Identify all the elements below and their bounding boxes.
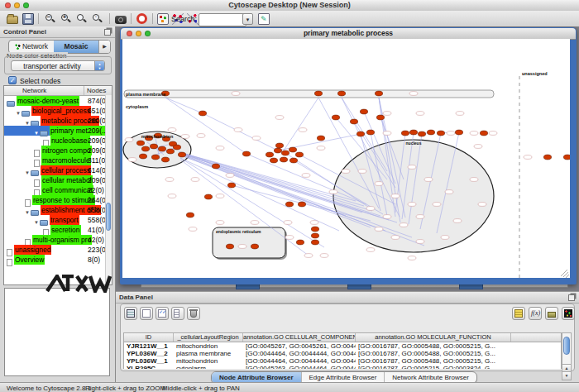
attribute-table[interactable]: ID_cellularLayoutRegionannotation.GO CEL…: [123, 332, 562, 369]
node[interactable]: [274, 148, 281, 153]
node-small[interactable]: [168, 194, 176, 198]
tree-row[interactable]: ▼establishment of lo558(0): [4, 205, 112, 215]
node[interactable]: [266, 152, 273, 157]
search-input[interactable]: [199, 13, 246, 26]
node[interactable]: [376, 115, 384, 120]
birdseye-view[interactable]: [4, 288, 110, 376]
node-small[interactable]: [181, 135, 189, 139]
node[interactable]: [270, 158, 277, 163]
node-small[interactable]: [470, 131, 478, 136]
node-small[interactable]: [408, 203, 416, 207]
node-small[interactable]: [408, 256, 416, 261]
node[interactable]: [280, 157, 287, 162]
node-small[interactable]: [447, 131, 455, 136]
node[interactable]: [401, 131, 409, 136]
node-small[interactable]: [226, 174, 234, 178]
table-row[interactable]: YJR121W__1mitochondrion[GO:0045267, GO:0…: [124, 342, 561, 350]
attribute-form-icon[interactable]: [512, 307, 525, 320]
node[interactable]: [227, 183, 235, 188]
node[interactable]: [173, 145, 180, 150]
node[interactable]: [332, 115, 339, 120]
node-small[interactable]: [441, 236, 449, 240]
node-small[interactable]: [191, 178, 199, 182]
node-small[interactable]: [408, 165, 416, 170]
node-small[interactable]: [216, 221, 224, 225]
table-scrollbar-thumb[interactable]: [563, 337, 570, 355]
node-small[interactable]: [310, 221, 318, 225]
tree-row[interactable]: unassigned223(0): [4, 245, 112, 255]
zoom-selected-icon[interactable]: [76, 13, 88, 25]
tree-row[interactable]: nucleobase-209(0): [4, 136, 112, 146]
tree-scrollbar[interactable]: [105, 95, 112, 284]
node-small[interactable]: [252, 136, 261, 141]
network-canvas[interactable]: plasma membranecytoplasmmitochondrionnuc…: [122, 39, 570, 278]
node-small[interactable]: [416, 112, 424, 116]
zoom-fit-icon[interactable]: ▫: [92, 13, 103, 25]
node[interactable]: [204, 194, 212, 199]
import-attributes-folder-icon[interactable]: [545, 307, 558, 320]
delete-attribute-trash-icon[interactable]: [187, 307, 200, 320]
node-small[interactable]: [165, 178, 174, 182]
node-small[interactable]: [284, 221, 292, 225]
scroll-down-arrow[interactable]: ▼: [562, 371, 571, 380]
tree-row[interactable]: response to stimulu264(0): [4, 195, 112, 205]
tree-row[interactable]: ▼cellular process614(0): [4, 165, 112, 175]
node[interactable]: [158, 146, 165, 151]
network-graph[interactable]: plasma membranecytoplasmmitochondrionnuc…: [122, 39, 570, 278]
node-small[interactable]: [474, 145, 482, 149]
node-small[interactable]: [216, 194, 224, 198]
tree-row[interactable]: ▼transport558(0): [4, 215, 112, 225]
tree-row[interactable]: multi-organism pro42(0): [4, 235, 112, 245]
column-header[interactable]: _cellularLayoutRegion: [174, 333, 243, 342]
table-row[interactable]: YPL036W__2plasma membrane[GO:0044464, GO…: [124, 350, 561, 357]
select-attributes-icon[interactable]: [156, 307, 169, 320]
node[interactable]: [281, 151, 289, 155]
node[interactable]: [212, 164, 219, 169]
snapshot-icon[interactable]: [115, 16, 127, 24]
resize-grip[interactable]: [561, 270, 567, 276]
node-color-dropdown[interactable]: transporter activity ▲▼: [11, 60, 105, 71]
node[interactable]: [311, 227, 318, 232]
edge[interactable]: [284, 98, 318, 151]
attribute-browser-icon[interactable]: [258, 13, 270, 25]
node-small[interactable]: [400, 223, 408, 227]
zoom-in-icon[interactable]: +: [60, 13, 72, 25]
node-small[interactable]: [489, 131, 497, 136]
node[interactable]: [242, 151, 250, 156]
node-small[interactable]: [445, 190, 453, 194]
tree-row[interactable]: Overview8(0): [4, 255, 112, 265]
tree-row[interactable]: cell communicat22(0): [4, 185, 112, 195]
node-small[interactable]: [216, 146, 224, 151]
table-row[interactable]: YPL036W__1mitochondrion[GO:0044464, GO:0…: [124, 357, 561, 365]
node-small[interactable]: [299, 128, 307, 132]
tab-mosaic[interactable]: Mosaic: [54, 41, 98, 53]
node[interactable]: [337, 91, 345, 96]
node[interactable]: [186, 213, 194, 218]
open-session-icon[interactable]: [7, 16, 18, 24]
unselect-attributes-icon[interactable]: [171, 307, 184, 320]
node-small[interactable]: [383, 215, 391, 219]
node[interactable]: [409, 130, 417, 135]
node-small[interactable]: [168, 128, 176, 132]
node[interactable]: [161, 157, 169, 162]
node-small[interactable]: [234, 128, 242, 132]
node[interactable]: [455, 130, 462, 135]
node[interactable]: [480, 131, 487, 136]
node[interactable]: [375, 91, 382, 96]
node[interactable]: [311, 240, 318, 245]
new-attribute-icon[interactable]: [140, 307, 153, 320]
node-small[interactable]: [275, 116, 284, 120]
edge[interactable]: [182, 153, 356, 201]
node[interactable]: [563, 155, 570, 160]
plasma-membrane-region[interactable]: [124, 90, 494, 98]
node[interactable]: [289, 147, 296, 152]
save-session-icon[interactable]: [22, 13, 34, 25]
node-small[interactable]: [251, 221, 259, 225]
help-lifering-icon[interactable]: [136, 13, 147, 24]
node[interactable]: [317, 136, 324, 141]
node[interactable]: [360, 109, 367, 114]
node[interactable]: [199, 111, 206, 116]
node-small[interactable]: [285, 236, 294, 240]
node[interactable]: [275, 143, 283, 148]
tree-row[interactable]: secretion41(0): [4, 225, 112, 235]
